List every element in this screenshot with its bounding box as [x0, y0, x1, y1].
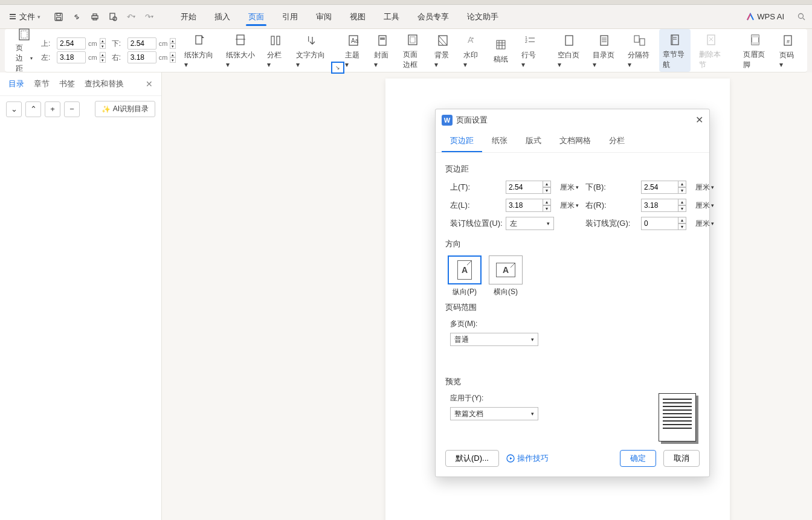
svg-rect-13 [237, 35, 244, 45]
tab-insert[interactable]: 插入 [206, 8, 239, 26]
menu-bar: 文件 ▾ ↶ ▾ ↷ ▾ 开始 插入 页面 引用 审阅 视图 工具 会员专享 论… [0, 5, 812, 29]
print-icon[interactable] [89, 11, 101, 23]
svg-rect-6 [110, 13, 115, 19]
svg-text:*: * [472, 36, 474, 42]
deletesection-button: 删除本节 [695, 29, 727, 72]
tab-page[interactable]: 页面 [240, 8, 272, 26]
svg-rect-2 [57, 18, 61, 20]
theme-icon: Aa [345, 32, 362, 49]
columns-icon [267, 32, 284, 49]
spin-up[interactable]: ▴ [170, 52, 176, 57]
menu-icon [10, 14, 16, 19]
margins-button[interactable]: 页边距▾ [12, 29, 36, 72]
svg-line-26 [439, 40, 443, 45]
ribbon-top-input[interactable] [57, 37, 86, 50]
file-label: 文件 [19, 11, 35, 22]
sep-icon [631, 32, 648, 49]
textdir-icon: I [303, 32, 320, 49]
papersize-button[interactable]: 纸张大小 ▾ [222, 29, 259, 72]
orientation-button[interactable]: 纸张方向 ▾ [181, 29, 217, 72]
manuscript-icon [492, 36, 509, 53]
chapternav-button[interactable]: 章节导航 [659, 29, 691, 72]
spin-up[interactable]: ▴ [100, 52, 106, 57]
link-icon[interactable] [71, 11, 83, 23]
main-tabs: 开始 插入 页面 引用 审阅 视图 工具 会员专享 论文助手 [172, 8, 507, 26]
svg-rect-53 [752, 35, 759, 37]
ribbon: 页边距▾ 上: cm ▴▾ 下: cm ▴▾ 左: cm ▴▾ 右: cm [5, 29, 807, 72]
dialog-launcher[interactable]: ↘ [331, 62, 344, 72]
save-icon[interactable] [53, 11, 65, 23]
pgnum-icon: # [779, 32, 796, 49]
spin-down[interactable]: ▾ [100, 57, 106, 63]
svg-rect-49 [707, 35, 715, 45]
ribbon-right-input[interactable] [127, 51, 156, 63]
tocpage-button[interactable]: 目录页 ▾ [589, 29, 619, 72]
svg-rect-22 [408, 35, 417, 45]
chevron-down-icon: ▾ [37, 14, 40, 20]
spin-down[interactable]: ▾ [100, 43, 106, 49]
svg-rect-20 [379, 36, 386, 45]
tab-paper[interactable]: 论文助手 [459, 8, 507, 26]
svg-rect-21 [380, 37, 385, 40]
papersize-icon [232, 32, 249, 49]
theme-button[interactable]: Aa主题 ▾ [341, 29, 366, 72]
spin-up[interactable]: ▴ [170, 38, 176, 43]
undo-icon[interactable]: ↶ ▾ [125, 11, 137, 23]
svg-rect-4 [93, 14, 97, 16]
tab-review[interactable]: 审阅 [308, 8, 340, 26]
svg-line-9 [803, 18, 805, 20]
watermark-icon: A* [463, 32, 480, 49]
headerfooter-button[interactable]: 页眉页脚 [740, 29, 771, 72]
textdirection-button[interactable]: I文字方向 ▾ [292, 29, 329, 72]
svg-rect-11 [21, 31, 27, 38]
cover-button[interactable]: 封面 ▾ [370, 29, 395, 72]
svg-rect-54 [752, 42, 759, 45]
bg-icon [434, 32, 451, 49]
tab-tools[interactable]: 工具 [375, 8, 408, 26]
svg-text:2: 2 [525, 39, 527, 43]
ribbon-bottom-input[interactable] [127, 37, 156, 50]
wps-ai-button[interactable]: WPS AI [741, 12, 789, 21]
svg-rect-43 [634, 36, 639, 42]
quick-access: ↶ ▾ ↷ ▾ [53, 11, 155, 23]
spin-down[interactable]: ▾ [170, 43, 176, 49]
delsec-icon [703, 31, 720, 48]
tab-member[interactable]: 会员专享 [409, 8, 457, 26]
pagenumber-button[interactable]: #页码 ▾ [776, 29, 800, 72]
orientation-icon [191, 32, 208, 49]
spin-up[interactable]: ▴ [100, 38, 106, 43]
search-icon[interactable] [795, 11, 807, 23]
columns-button[interactable]: 分栏 ▾ [263, 29, 288, 72]
svg-point-8 [798, 14, 803, 19]
cover-icon [374, 32, 391, 49]
manuscript-button[interactable]: 稿纸 [489, 29, 513, 72]
tab-reference[interactable]: 引用 [274, 8, 306, 26]
border-button[interactable]: 页面边框 [399, 29, 426, 72]
watermark-button[interactable]: A*水印 ▾ [460, 29, 484, 72]
chevron-down-icon: ▾ [30, 56, 33, 61]
ribbon-left-input[interactable] [57, 51, 86, 63]
hf-icon [747, 31, 764, 48]
linenumber-button[interactable]: 12行号 ▾ [518, 29, 542, 72]
ribbon-bottom-label: 下: [112, 39, 125, 49]
blankpage-button[interactable]: 空白页 ▾ [554, 29, 584, 72]
svg-rect-44 [640, 39, 645, 45]
svg-rect-0 [55, 13, 62, 21]
ribbon-top-label: 上: [41, 39, 54, 49]
lineno-icon: 12 [521, 32, 538, 49]
file-menu-button[interactable]: 文件 ▾ [5, 9, 45, 25]
margins-icon [16, 27, 33, 42]
svg-rect-15 [271, 36, 274, 45]
svg-rect-23 [410, 37, 415, 43]
ribbon-right-label: 右: [112, 53, 125, 63]
svg-rect-12 [196, 36, 202, 44]
svg-text:Aa: Aa [351, 37, 359, 44]
tab-view[interactable]: 视图 [341, 8, 374, 26]
chapnav-icon [666, 31, 683, 48]
redo-icon[interactable]: ↷ ▾ [143, 11, 155, 23]
spin-down[interactable]: ▾ [170, 57, 176, 63]
background-button[interactable]: 背景 ▾ [431, 29, 455, 72]
tab-start[interactable]: 开始 [172, 8, 205, 26]
print-preview-icon[interactable] [107, 11, 119, 23]
separator-button[interactable]: 分隔符 ▾ [624, 29, 654, 72]
